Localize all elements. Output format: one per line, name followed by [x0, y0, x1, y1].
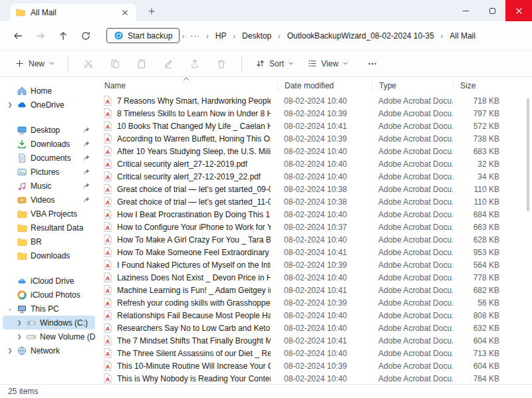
table-row[interactable]: A The Three Silent Assassins of our Diet… [98, 347, 532, 359]
table-row[interactable]: A How I Beat Procrastination By Doing Th… [98, 208, 532, 221]
table-row[interactable]: A 7 Reasons Why Smart, Hardworking Peopl… [98, 94, 532, 107]
file-date-modified: 08-02-2024 10:40 [277, 311, 372, 320]
sidebar-item-network[interactable]: ❯ Network [3, 344, 95, 357]
sidebar-item-br[interactable]: BR [3, 235, 95, 249]
table-row[interactable]: A Great choice of trial — let's get star… [98, 183, 532, 195]
sidebar-item-resultant-data[interactable]: Resultant Data [3, 221, 95, 235]
sidebar-item-new-volume-d[interactable]: ❯ New Volume (D:) [3, 330, 95, 344]
column-header-date-modified[interactable]: Date modified [277, 80, 372, 91]
scrollbar-thumb[interactable] [527, 98, 529, 211]
table-row[interactable]: A Critical security alert_27-12-2019.pdf… [98, 157, 532, 170]
table-row[interactable]: A According to Warren Buffett, Honing Th… [98, 132, 532, 145]
breadcrumb-item-backup-folder[interactable]: OutlookBackupWizard_08-02-2024 10-35 [283, 29, 439, 43]
sidebar-item-videos[interactable]: Videos [3, 193, 95, 207]
delete-icon[interactable] [209, 53, 233, 74]
file-date-modified: 08-02-2024 10:40 [277, 172, 372, 181]
column-header-size[interactable]: Size [453, 80, 506, 91]
breadcrumb-overflow-button[interactable]: ··· [186, 29, 204, 43]
table-row[interactable]: A This is Why Nobody is Reading Your Con… [98, 372, 532, 384]
paste-icon[interactable] [130, 53, 154, 74]
start-backup-button[interactable]: Start backup [106, 28, 180, 43]
table-row[interactable]: A Laziness Does Not Exist _ Devon Price … [98, 271, 532, 284]
table-row[interactable]: A The 7 Mindset Shifts That Finally Brou… [98, 334, 532, 347]
file-name: Refresh your coding skills with Grasshop… [117, 298, 271, 308]
file-list-panel: Name Date modified Type Size A 7 Reasons… [98, 77, 532, 384]
svg-text:A: A [106, 363, 110, 370]
sidebar-item-label: Downloads [31, 140, 70, 149]
table-row[interactable]: A This 10-Minute Routine Will Increase Y… [98, 359, 532, 372]
sidebar-item-icloud-photos[interactable]: iCloud Photos [3, 288, 95, 302]
breadcrumb-separator-icon: › [277, 32, 281, 40]
copy-icon[interactable] [103, 53, 127, 74]
sidebar-item-this-pc[interactable]: ⌄ This PC [3, 302, 95, 316]
svg-text:A: A [106, 212, 110, 219]
sidebar-item-windows-c[interactable]: ❯ Windows (C:) [3, 316, 95, 330]
onedrive-cloud-icon [17, 100, 27, 110]
forward-icon[interactable] [29, 25, 52, 47]
table-row[interactable]: A Relationships Fail Because Most People… [98, 309, 532, 322]
sidebar-item-label: iCloud Photos [31, 290, 80, 300]
share-icon[interactable] [183, 53, 207, 74]
table-row[interactable]: A Great choice of trial — let's get star… [98, 195, 532, 208]
sidebar-item-desktop[interactable]: Desktop [3, 123, 95, 137]
table-row[interactable]: A How To Make Someone Feel Extraordinary… [98, 246, 532, 258]
maximize-button[interactable] [479, 0, 505, 21]
sidebar-item-home[interactable]: Home [3, 84, 95, 98]
sidebar-item-pictures[interactable]: Pictures [3, 165, 95, 179]
svg-text:A: A [106, 187, 110, 193]
breadcrumb-item-desktop[interactable]: Desktop [237, 29, 276, 43]
file-name: Critical security alert_27-12-2019_22.pd… [117, 172, 261, 181]
up-icon[interactable] [52, 25, 74, 47]
back-icon[interactable] [7, 25, 29, 47]
column-header-type[interactable]: Type [372, 80, 453, 91]
close-button[interactable] [505, 0, 532, 21]
file-size: 808 KB [453, 311, 506, 320]
file-date-modified: 08-02-2024 10:41 [277, 122, 372, 131]
file-date-modified: 08-02-2024 10:41 [277, 286, 372, 295]
table-row[interactable]: A Machine Learning is Fun! _ Adam Geitge… [98, 284, 532, 296]
vertical-scrollbar[interactable] [525, 96, 531, 381]
sort-ascending-icon [183, 77, 190, 81]
refresh-icon[interactable] [74, 25, 97, 47]
breadcrumb-separator-icon: › [181, 32, 185, 40]
breadcrumb-item-hp[interactable]: HP [211, 29, 231, 43]
sidebar-item-label: Documents [31, 153, 71, 163]
file-name: 7 Reasons Why Smart, Hardworking People … [117, 96, 271, 106]
sidebar-item-icloud-drive[interactable]: iCloud Drive [3, 274, 95, 288]
file-name: I Found Naked Pictures of Myself on the … [117, 260, 271, 270]
minimize-button[interactable] [452, 0, 479, 21]
tab-close-icon[interactable] [119, 7, 131, 19]
table-row[interactable]: A After 10 Years Studying Sleep, the U.S… [98, 145, 532, 157]
pin-icon [83, 182, 91, 189]
table-row[interactable]: A Researchers Say No to Low Carb and Ket… [98, 322, 532, 334]
table-row[interactable]: A How to Configure Your iPhone to Work f… [98, 221, 532, 233]
new-button[interactable]: New [9, 54, 60, 72]
column-header-name[interactable]: Name [98, 80, 277, 91]
sidebar-item-documents[interactable]: Documents [3, 151, 95, 165]
pdf-file-icon: A [103, 247, 113, 257]
sidebar-item-downloads-folder[interactable]: Downloads [3, 249, 95, 262]
table-row[interactable]: A I Found Naked Pictures of Myself on th… [98, 258, 532, 271]
table-row[interactable]: A How To Make A Girl Crazy For You _ Tar… [98, 233, 532, 246]
view-button[interactable]: View [302, 54, 354, 72]
sidebar-item-label: Network [31, 346, 60, 355]
explorer-tab[interactable]: All Mail [9, 3, 137, 21]
sort-button[interactable]: Sort [250, 54, 299, 72]
sidebar-item-music[interactable]: Music [3, 179, 95, 193]
sidebar-item-onedrive[interactable]: ❯ OneDrive [3, 98, 95, 112]
new-tab-button[interactable] [144, 3, 160, 19]
sidebar-item-vba-projects[interactable]: VBA Projects [3, 207, 95, 221]
breadcrumb-item-all-mail[interactable]: All Mail [445, 29, 480, 43]
more-options-icon[interactable] [360, 53, 384, 74]
table-row[interactable]: A 8 Timeless Skills to Learn Now in Unde… [98, 107, 532, 120]
file-size: 110 KB [453, 185, 506, 194]
table-row[interactable]: A Critical security alert_27-12-2019_22.… [98, 170, 532, 183]
table-row[interactable]: A 10 Books That Changed My Life _ Caelan… [98, 120, 532, 132]
pdf-file-icon: A [103, 197, 113, 207]
table-row[interactable]: A Refresh your coding skills with Grassh… [98, 296, 532, 309]
cut-icon[interactable] [76, 53, 100, 74]
file-name: 10 Books That Changed My Life _ Caelan H… [117, 122, 271, 131]
icloud-photos-icon [17, 290, 27, 300]
rename-icon[interactable] [156, 53, 180, 74]
sidebar-item-downloads[interactable]: Downloads [3, 137, 95, 151]
